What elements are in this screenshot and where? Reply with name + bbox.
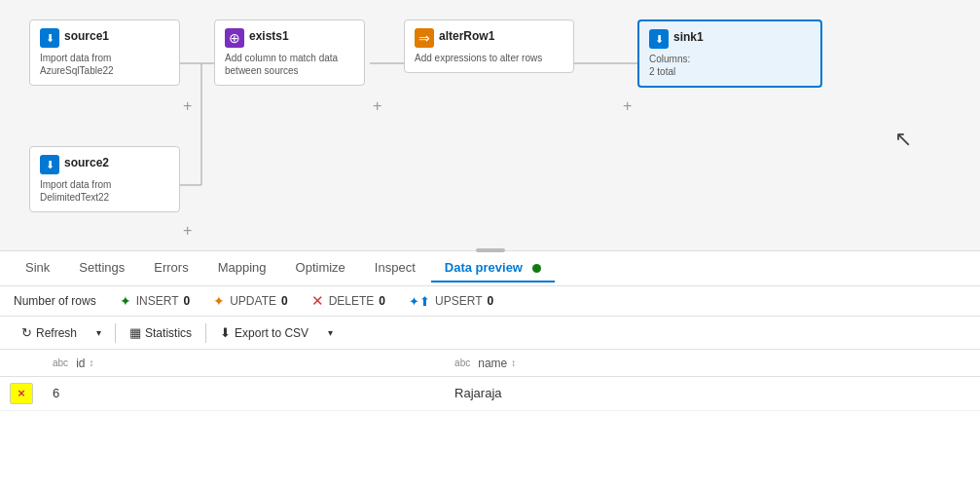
insert-stat: ✦ INSERT 0: [120, 293, 190, 309]
node-exists1-header: ⊕ exists1: [225, 28, 354, 48]
source2-icon: ⬇: [40, 155, 59, 174]
insert-label: INSERT: [136, 294, 179, 308]
data-preview-dot: [532, 264, 541, 273]
row-id-cell: 6: [43, 376, 445, 410]
plus-source1[interactable]: +: [183, 97, 192, 115]
drag-handle[interactable]: [476, 248, 505, 252]
export-label: Export to CSV: [235, 326, 309, 340]
tab-sink[interactable]: Sink: [12, 254, 63, 282]
sink1-title: sink1: [673, 30, 704, 44]
node-alterrow1[interactable]: ⇒ alterRow1 Add expressions to alter row…: [404, 19, 574, 73]
insert-value: 0: [184, 294, 191, 308]
export-dropdown-button[interactable]: ▾: [320, 323, 341, 342]
stats-row: Number of rows ✦ INSERT 0 ✦ UPDATE 0 ✕ D…: [0, 286, 980, 317]
refresh-label: Refresh: [36, 326, 77, 340]
col-name-type: abc: [454, 357, 470, 368]
node-source2[interactable]: ⬇ source2 Import data fromDelimitedText2…: [29, 146, 180, 212]
source2-title: source2: [64, 156, 109, 169]
node-source2-header: ⬇ source2: [40, 155, 169, 174]
col-name-sort-icon: ↕: [511, 357, 516, 368]
plus-exists1[interactable]: +: [373, 97, 381, 115]
tab-inspect[interactable]: Inspect: [361, 254, 429, 282]
row-name-value: Rajaraja: [454, 386, 501, 400]
rows-stat: Number of rows: [14, 294, 96, 308]
delete-x-icon: ✕: [311, 292, 324, 310]
row-delete-cell: ×: [0, 376, 43, 410]
exists1-icon: ⊕: [225, 28, 244, 48]
col-name-label: name: [478, 357, 507, 370]
tab-data-preview[interactable]: Data preview: [431, 254, 555, 282]
node-source1[interactable]: ⬇ source1 Import data fromAzureSqlTable2…: [29, 19, 180, 86]
exists1-desc: Add column to match databetween sources: [225, 52, 354, 77]
sink1-desc: Columns:2 total: [649, 53, 811, 78]
node-alterrow1-header: ⇒ alterRow1: [415, 28, 563, 48]
bottom-panel: Sink Settings Errors Mapping Optimize In…: [0, 251, 980, 489]
upsert-icon: ✦⬆: [409, 294, 430, 309]
plus-alterrow[interactable]: +: [623, 97, 632, 115]
exists1-title: exists1: [249, 29, 289, 43]
row-delete-button[interactable]: ×: [10, 383, 33, 404]
update-label: UPDATE: [230, 294, 276, 308]
sink1-icon: ⬇: [649, 29, 669, 49]
alterrow1-title: alterRow1: [439, 29, 494, 43]
col-id-header[interactable]: abcid↕: [43, 350, 445, 376]
toolbar-row: ↻ Refresh ▾ ▦ Statistics ⬇ Export to CSV…: [0, 317, 980, 350]
export-button[interactable]: ⬇ Export to CSV: [212, 321, 316, 344]
cursor-icon: ↖: [894, 127, 912, 152]
node-sink1-header: ⬇ sink1: [649, 29, 811, 49]
upsert-stat: ✦⬆ UPSERT 0: [409, 294, 493, 309]
col-name-header[interactable]: abc name ↕: [445, 350, 980, 376]
refresh-button[interactable]: ↻ Refresh: [14, 321, 85, 344]
node-exists1[interactable]: ⊕ exists1 Add column to match databetwee…: [214, 19, 365, 86]
alterrow1-desc: Add expressions to alter rows: [415, 52, 563, 64]
statistics-button[interactable]: ▦ Statistics: [122, 321, 200, 344]
refresh-dropdown-button[interactable]: ▾: [89, 323, 109, 342]
delete-label: DELETE: [329, 294, 375, 308]
data-table-area: abcid↕ abc name ↕ ×: [0, 350, 980, 489]
tabs-row: Sink Settings Errors Mapping Optimize In…: [0, 251, 980, 286]
upsert-value: 0: [488, 294, 494, 308]
source2-desc: Import data fromDelimitedText22: [40, 178, 169, 204]
tab-mapping[interactable]: Mapping: [204, 254, 280, 282]
node-source1-header: ⬇ source1: [40, 28, 169, 48]
col-id-label: id: [76, 357, 85, 370]
source1-icon: ⬇: [40, 28, 59, 48]
source1-desc: Import data fromAzureSqlTable22: [40, 52, 169, 77]
plus-source2[interactable]: +: [183, 222, 192, 240]
row-name-cell: Rajaraja: [445, 376, 980, 410]
update-value: 0: [281, 294, 288, 308]
col-id-type: abc: [53, 357, 68, 368]
row-id-value: 6: [53, 386, 59, 400]
toolbar-divider-2: [205, 323, 206, 343]
tab-settings[interactable]: Settings: [65, 254, 138, 282]
source1-title: source1: [64, 29, 109, 43]
statistics-label: Statistics: [145, 326, 192, 340]
statistics-icon: ▦: [129, 325, 141, 340]
rows-label: Number of rows: [14, 294, 96, 308]
update-star-icon: ✦: [213, 293, 225, 309]
delete-stat: ✕ DELETE 0: [311, 292, 385, 310]
pipeline-canvas: ⬇ source1 Import data fromAzureSqlTable2…: [0, 0, 980, 251]
upsert-label: UPSERT: [435, 294, 482, 308]
tab-optimize[interactable]: Optimize: [282, 254, 359, 282]
toolbar-divider-1: [115, 323, 116, 343]
tab-errors[interactable]: Errors: [140, 254, 201, 282]
export-icon: ⬇: [220, 325, 231, 340]
table-header-row: abcid↕ abc name ↕: [0, 350, 980, 376]
refresh-chevron-icon: ▾: [96, 327, 101, 338]
col-id-sort-icon: ↕: [89, 357, 93, 368]
data-table: abcid↕ abc name ↕ ×: [0, 350, 980, 411]
insert-plus-icon: ✦: [120, 293, 131, 309]
col-delete: [0, 350, 43, 376]
update-stat: ✦ UPDATE 0: [213, 293, 287, 309]
table-row: × 6 Rajaraja: [0, 376, 980, 410]
refresh-icon: ↻: [21, 325, 32, 340]
export-chevron-icon: ▾: [328, 327, 333, 338]
node-sink1[interactable]: ⬇ sink1 Columns:2 total: [637, 19, 822, 88]
alterrow1-icon: ⇒: [415, 28, 434, 48]
delete-value: 0: [379, 294, 385, 308]
